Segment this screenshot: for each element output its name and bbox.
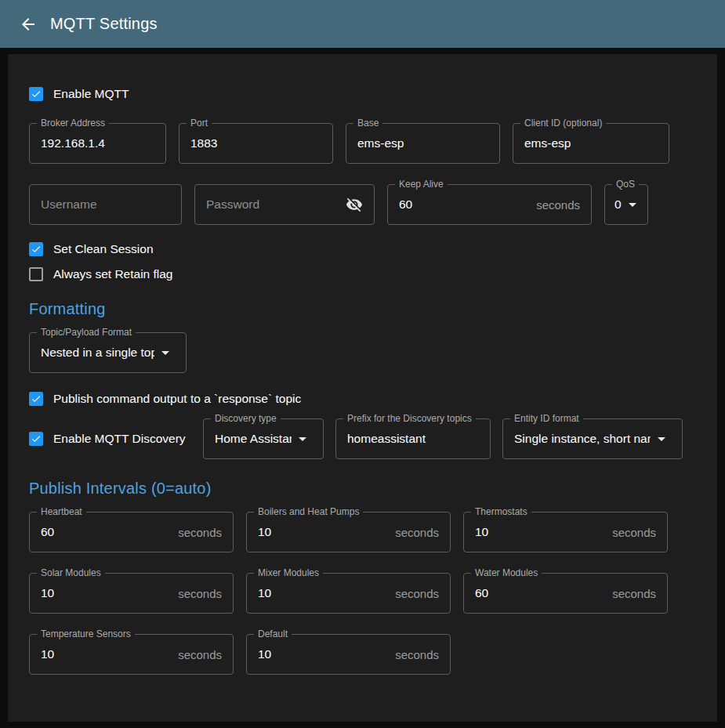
base-input[interactable] [357,136,488,150]
interval-field-default[interactable]: Default seconds [246,634,451,675]
discovery-type-label: Discovery type [211,413,281,424]
username-input[interactable] [41,197,170,212]
clean-session-checkbox[interactable]: Set Clean Session [29,242,696,256]
interval-field-boilers[interactable]: Boilers and Heat Pumps seconds [246,512,451,552]
port-input[interactable] [190,136,321,150]
discovery-row: Enable MQTT Discovery Discovery type Hom… [29,418,696,459]
broker-address-field[interactable]: Broker Address [29,123,166,164]
check-icon [31,243,42,255]
interval-input[interactable] [475,525,606,539]
interval-suffix: seconds [395,526,439,539]
interval-field-water[interactable]: Water Modules seconds [463,573,668,614]
interval-field-temperature-sensors[interactable]: Temperature Sensors seconds [29,634,234,675]
base-field[interactable]: Base [346,123,500,164]
interval-suffix: seconds [395,648,439,661]
checkbox-icon [29,267,43,281]
topic-format-select[interactable]: Topic/Payload Format Nested in a single … [29,332,187,373]
base-label: Base [353,118,382,129]
interval-suffix: seconds [178,587,222,600]
checkbox-icon [29,432,43,446]
interval-suffix: seconds [612,587,656,600]
broker-address-input[interactable] [41,136,154,150]
client-id-label: Client ID (optional) [520,118,606,129]
retain-flag-checkbox[interactable]: Always set Retain flag [29,267,696,281]
broker-address-label: Broker Address [37,118,109,129]
toggle-password-visibility-button[interactable] [346,196,363,213]
publish-intervals-grid: Heartbeat seconds Boilers and Heat Pumps… [29,512,696,675]
check-icon [31,393,42,405]
dropdown-icon [156,343,175,362]
checkbox-icon [29,87,43,101]
port-field[interactable]: Port [179,123,333,164]
page-title: MQTT Settings [50,15,158,33]
visibility-off-icon [346,196,363,213]
interval-input[interactable] [41,525,172,539]
enable-discovery-checkbox[interactable]: Enable MQTT Discovery [29,432,203,446]
app-bar: MQTT Settings [0,0,725,48]
interval-label: Default [254,628,292,639]
dropdown-icon [293,429,312,448]
interval-suffix: seconds [178,526,222,539]
keep-alive-field[interactable]: Keep Alive seconds [387,184,592,225]
interval-label: Water Modules [471,567,542,578]
password-field[interactable] [194,184,375,225]
topic-format-label: Topic/Payload Format [37,327,136,338]
interval-input[interactable] [258,525,389,539]
discovery-type-value: Home Assistant [215,432,292,446]
interval-suffix: seconds [395,587,439,600]
keep-alive-label: Keep Alive [395,179,448,190]
interval-label: Heartbeat [37,506,86,517]
retain-flag-label: Always set Retain flag [53,267,173,281]
interval-label: Thermostats [471,506,531,517]
dropdown-icon [652,429,671,448]
enable-discovery-label: Enable MQTT Discovery [53,432,186,446]
interval-input[interactable] [258,647,389,661]
client-id-input[interactable] [524,136,658,150]
clean-session-label: Set Clean Session [53,242,154,256]
formatting-heading: Formatting [29,300,696,318]
discovery-type-select[interactable]: Discovery type Home Assistant [203,418,324,459]
qos-select[interactable]: QoS 0 [604,184,648,225]
enable-mqtt-checkbox[interactable]: Enable MQTT [29,87,696,101]
qos-label: QoS [612,179,639,190]
broker-settings-row: Broker Address Port Base Client ID (opti… [29,123,696,164]
interval-input[interactable] [41,586,172,600]
interval-input[interactable] [258,586,389,600]
arrow-left-icon [19,15,38,34]
interval-field-thermostats[interactable]: Thermostats seconds [463,512,668,552]
interval-field-heartbeat[interactable]: Heartbeat seconds [29,512,234,552]
mqtt-settings-panel: Enable MQTT Broker Address Port Base Cli… [8,54,717,722]
discovery-prefix-field[interactable]: Prefix for the Discovery topics [335,418,491,459]
password-input[interactable] [206,197,341,212]
entity-id-format-value: Single instance, short name [514,432,651,446]
interval-input[interactable] [41,647,172,661]
checkbox-icon [29,392,43,406]
interval-field-mixer[interactable]: Mixer Modules seconds [246,573,451,614]
qos-value: 0 [614,197,622,212]
dropdown-icon [623,195,642,214]
client-id-field[interactable]: Client ID (optional) [513,123,669,164]
check-icon [31,433,42,445]
discovery-prefix-input[interactable] [347,432,479,446]
port-label: Port [187,118,212,129]
publish-response-checkbox[interactable]: Publish command output to a `response` t… [29,392,696,406]
discovery-prefix-label: Prefix for the Discovery topics [343,413,476,424]
checkbox-icon [29,242,43,256]
interval-suffix: seconds [178,648,222,661]
entity-id-format-select[interactable]: Entity ID format Single instance, short … [502,418,683,459]
keep-alive-suffix: seconds [536,198,580,212]
interval-label: Solar Modules [37,567,105,578]
interval-label: Boilers and Heat Pumps [254,506,363,517]
topic-format-value: Nested in a single topic [41,346,154,360]
publish-response-label: Publish command output to a `response` t… [53,392,301,406]
entity-id-format-label: Entity ID format [510,413,583,424]
interval-suffix: seconds [612,526,656,539]
interval-input[interactable] [475,586,606,600]
interval-field-solar[interactable]: Solar Modules seconds [29,573,234,614]
username-field[interactable] [29,184,182,225]
back-button[interactable] [13,9,44,40]
keep-alive-input[interactable] [399,197,530,212]
interval-label: Temperature Sensors [37,628,135,639]
credentials-row: Keep Alive seconds QoS 0 [29,184,696,225]
publish-intervals-heading: Publish Intervals (0=auto) [29,480,696,498]
